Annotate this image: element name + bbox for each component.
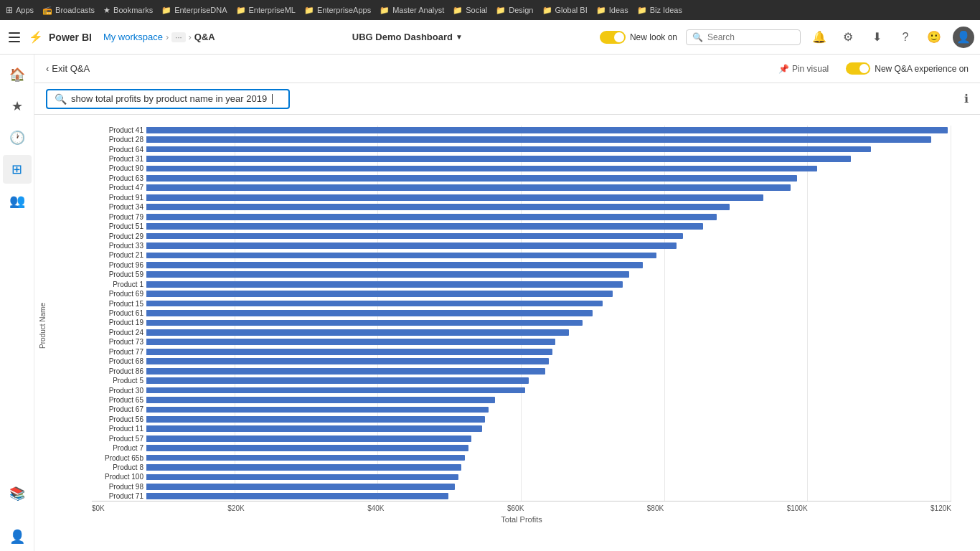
bar-row: Product 31 [92,154,951,163]
new-qa-toggle[interactable] [846,62,870,75]
browser-apps[interactable]: ⊞ Apps [6,5,34,15]
browser-bookmarks[interactable]: ★ Bookmarks [103,6,153,15]
sidebar: 🏠 ★ 🕐 ⊞ 👥 📚 👤 [0,55,34,551]
pbi-header: ⚡ Power BI My workspace › ··· › Q&A UBG … [0,20,980,55]
bar-row: Product 34 [92,203,951,212]
breadcrumb-separator: › [166,32,169,42]
breadcrumb-overflow[interactable]: ··· [171,32,185,42]
bar-track [146,425,951,432]
bar-fill [146,194,763,201]
bar-track [146,445,951,451]
bar-fill [146,291,613,297]
bar-track [146,194,951,201]
bar-fill [146,175,797,182]
bar-label: Product 68 [92,357,143,365]
bar-fill [146,262,643,268]
bar-row: Product 7 [92,443,951,452]
bar-fill [146,310,593,316]
bar-track [146,397,951,403]
bar-fill [146,474,458,481]
chart-inner: Product 41 Product 28 Product 64 Product… [92,126,951,501]
broadcast-icon: 📻 [42,6,52,15]
download-icon[interactable]: ⬇ [867,27,887,47]
bar-track [146,281,951,288]
bar-fill [146,127,948,133]
qa-input-box[interactable]: 🔍 show total profits by product name in … [46,89,290,109]
bar-label: Product 64 [92,146,143,154]
bar-track [146,368,951,375]
bar-label: Product 65b [92,454,143,462]
settings-icon[interactable]: ⚙ [838,27,858,47]
folder-icon: 📁 [236,6,246,15]
bar-fill [146,349,552,355]
folder-icon: 📁 [304,6,314,15]
bar-row: Product 47 [92,184,951,192]
browser-social[interactable]: 📁 Social [453,6,487,15]
chevron-down-icon: ▼ [456,33,463,41]
sidebar-item-apps[interactable]: ⊞ [3,155,32,184]
bar-track [146,301,951,307]
browser-bizideas[interactable]: 📁 Biz Ideas [637,6,682,15]
sidebar-item-learn[interactable]: 📚 [3,479,32,508]
bar-fill [146,281,623,288]
bar-label: Product 65 [92,396,143,404]
bar-track [146,166,951,172]
bar-row: Product 64 [92,145,951,154]
bar-track [146,223,951,230]
bar-row: Product 65 [92,395,951,404]
bar-track [146,127,951,133]
bar-label: Product 28 [92,136,143,143]
folder-icon: 📁 [596,6,606,15]
sidebar-item-favorites[interactable]: ★ [3,92,32,121]
user-avatar[interactable]: 👤 [953,27,974,48]
bar-row: Product 90 [92,164,951,173]
bar-label: Product 34 [92,203,143,211]
breadcrumb-workspace[interactable]: My workspace [103,32,163,42]
folder-icon: 📁 [453,6,463,15]
sidebar-item-shared[interactable]: 👥 [3,187,32,215]
qa-info-icon[interactable]: ℹ [964,92,969,105]
emoji-icon[interactable]: 🙂 [924,27,944,47]
bar-track [146,474,951,481]
bar-track [146,291,951,297]
bar-row: Product 33 [92,241,951,250]
browser-enterpriseml[interactable]: 📁 EnterpriseML [236,6,296,15]
notification-icon[interactable]: 🔔 [809,27,829,47]
y-axis-title: Product Name [39,303,47,349]
exit-qa-button[interactable]: ‹ Exit Q&A [46,63,90,74]
sidebar-item-home[interactable]: 🏠 [3,60,32,89]
bar-row: Product 56 [92,415,951,423]
bar-label: Product 71 [92,492,143,500]
bar-fill [146,407,489,413]
browser-design[interactable]: 📁 Design [496,6,533,15]
sidebar-item-recent[interactable]: 🕐 [3,123,32,152]
sidebar-item-profile[interactable]: 👤 [3,522,32,551]
search-box[interactable]: 🔍 [686,29,801,45]
bar-row: Product 61 [92,309,951,317]
bar-row: Product 29 [92,232,951,240]
bar-track [146,242,951,249]
hamburger-menu[interactable] [6,29,23,46]
bar-fill [146,377,529,384]
bar-fill [146,320,583,326]
bar-row: Product 8 [92,463,951,471]
browser-globalbi[interactable]: 📁 Global BI [542,6,588,15]
bar-label: Product 30 [92,387,143,395]
new-look-toggle[interactable] [600,31,626,44]
browser-broadcasts[interactable]: 📻 Broadcasts [42,6,95,15]
bar-track [146,493,951,499]
bar-row: Product 73 [92,338,951,347]
browser-ideas[interactable]: 📁 Ideas [596,6,628,15]
browser-enterpriseapps[interactable]: 📁 EnterpriseApps [304,6,371,15]
dashboard-title[interactable]: UBG Demo Dashboard ▼ [352,32,463,42]
pin-visual-button[interactable]: 📌 Pin visual [778,64,829,74]
browser-enterprisedna[interactable]: 📁 EnterpriseDNA [161,6,227,15]
search-icon: 🔍 [692,32,703,42]
x-axis-labels: $0K$20K$40K$60K$80K$100K$120K [92,501,951,512]
bar-row: Product 57 [92,434,951,443]
browser-masteranalyst[interactable]: 📁 Master Analyst [380,6,444,15]
search-input[interactable] [707,32,794,42]
bar-fill [146,464,461,471]
help-icon[interactable]: ? [895,27,915,47]
bar-track [146,387,951,394]
